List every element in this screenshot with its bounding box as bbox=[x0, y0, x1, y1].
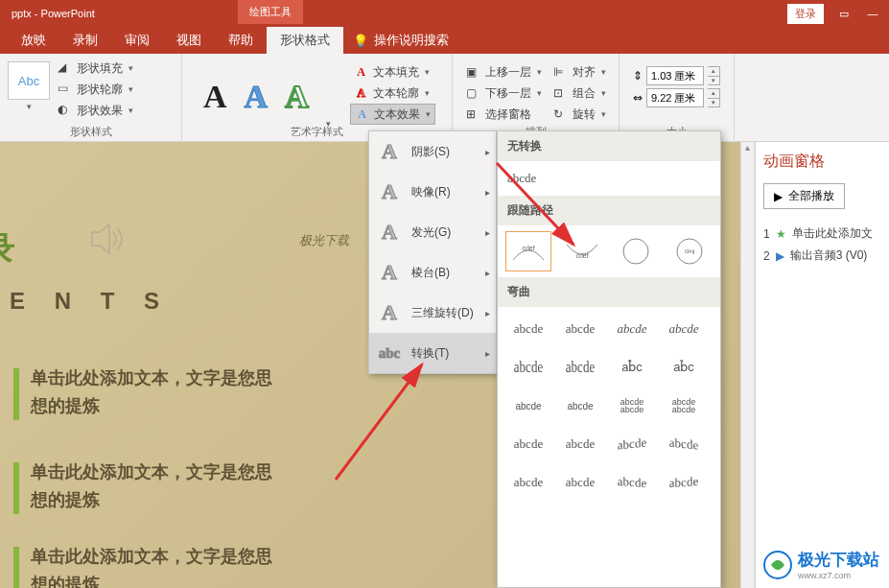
width-icon: ⇔ bbox=[633, 91, 643, 105]
effect-transform[interactable]: abc转换(T)▸ bbox=[369, 333, 496, 373]
warp-option[interactable]: abcde bbox=[503, 464, 553, 501]
tell-me-search[interactable]: 💡 操作说明搜索 bbox=[353, 32, 449, 54]
warp-option[interactable]: abcde bbox=[555, 464, 605, 501]
drawing-tools-tab[interactable]: 绘图工具 bbox=[238, 0, 303, 24]
shape-style-preview[interactable]: Abc bbox=[8, 61, 50, 100]
warp-option[interactable]: abcde bbox=[555, 388, 605, 424]
tab-record[interactable]: 录制 bbox=[59, 27, 111, 54]
group-button[interactable]: ⊡组合▾ bbox=[553, 82, 606, 104]
rotate3d-icon: A bbox=[377, 300, 402, 325]
selection-pane-button[interactable]: ⊞选择窗格 bbox=[466, 104, 542, 125]
path-button[interactable]: Ghij bbox=[667, 231, 713, 271]
warp-option[interactable]: abcde bbox=[607, 311, 657, 347]
scroll-rail[interactable]: ▴ bbox=[740, 142, 755, 588]
width-input[interactable]: 9.22 厘米 bbox=[646, 88, 704, 107]
height-spinner[interactable]: ▴▾ bbox=[708, 66, 720, 85]
warp-option[interactable]: abcdeabcde bbox=[607, 388, 657, 424]
warp-option[interactable]: abcde bbox=[503, 388, 553, 424]
text-effects-menu: A阴影(S)▸ A映像(R)▸ A发光(G)▸ A棱台(B)▸ A三维旋转(D)… bbox=[368, 130, 497, 374]
text-outline-button[interactable]: A文本轮廓▾ bbox=[350, 82, 435, 104]
wordart-style-3[interactable]: A bbox=[285, 79, 309, 115]
effect-3d-rotation[interactable]: A三维旋转(D)▸ bbox=[369, 293, 496, 333]
warp-option[interactable]: abcde bbox=[503, 426, 553, 462]
effect-glow[interactable]: A发光(G)▸ bbox=[369, 212, 496, 252]
text-effects-icon: A bbox=[355, 107, 370, 121]
bullet-item-1[interactable]: 单击此处添加文本，文字是您思想的提炼 bbox=[13, 365, 280, 420]
tab-help[interactable]: 帮助 bbox=[215, 27, 267, 54]
play-all-button[interactable]: ▶ 全部播放 bbox=[763, 183, 845, 209]
scroll-up-icon[interactable]: ▴ bbox=[741, 142, 754, 157]
warp-option[interactable]: abcde bbox=[555, 343, 605, 390]
bullet-bar bbox=[13, 547, 19, 588]
animation-pane: 动画窗格 ▶ 全部播放 1 ★ 单击此处添加文 2 ▶ 输出音频3 (V0) bbox=[755, 142, 889, 588]
bullet-item-3[interactable]: 单击此处添加文本，文字是您思想的提炼 bbox=[13, 543, 280, 588]
bring-forward-icon: ▣ bbox=[466, 65, 481, 79]
warp-option[interactable]: abcde bbox=[659, 462, 709, 503]
tab-view[interactable]: 视图 bbox=[163, 27, 215, 54]
send-backward-button[interactable]: ▢下移一层▾ bbox=[466, 82, 542, 104]
group-icon: ⊡ bbox=[553, 86, 569, 100]
warp-option[interactable]: ab̌c bbox=[659, 349, 709, 386]
bulb-icon: 💡 bbox=[353, 34, 368, 48]
effect-shadow[interactable]: A阴影(S)▸ bbox=[369, 131, 496, 172]
warp-option[interactable]: abcde bbox=[503, 311, 553, 347]
anim-item-2[interactable]: 2 ▶ 输出音频3 (V0) bbox=[763, 245, 881, 267]
height-input[interactable]: 1.03 厘米 bbox=[646, 66, 704, 85]
bullet-bar bbox=[13, 368, 19, 420]
path-circle[interactable] bbox=[613, 231, 659, 271]
minimize-icon[interactable]: — bbox=[864, 5, 881, 22]
no-transform-option[interactable]: abcde bbox=[498, 161, 720, 196]
width-spinner[interactable]: ▴▾ bbox=[708, 88, 720, 107]
transform-panel: 无转换 abcde 跟随路径 cdef cdef Ghij 弯曲 abcde a… bbox=[497, 130, 721, 588]
bullet-bar bbox=[13, 462, 19, 514]
warp-option[interactable]: abcde bbox=[555, 311, 605, 347]
text-effects-button[interactable]: A文本效果▾ bbox=[350, 104, 435, 125]
send-backward-icon: ▢ bbox=[466, 86, 481, 100]
svg-text:cdef: cdef bbox=[575, 252, 588, 259]
slide-subtitle[interactable]: E N T S bbox=[10, 288, 171, 315]
tab-review[interactable]: 审阅 bbox=[111, 27, 163, 54]
warp-option[interactable]: abcde bbox=[659, 423, 709, 464]
reflection-icon: A bbox=[377, 179, 402, 204]
bullet-item-2[interactable]: 单击此处添加文本，文字是您思想的提炼 bbox=[13, 459, 280, 514]
warp-option[interactable]: abcde bbox=[555, 426, 605, 462]
warp-option[interactable]: abcdeabcde bbox=[659, 388, 709, 424]
wordart-style-2[interactable]: A bbox=[245, 79, 269, 115]
file-name: pptx - PowerPoint bbox=[8, 8, 95, 19]
play-icon: ▶ bbox=[774, 190, 783, 203]
anim-item-1[interactable]: 1 ★ 单击此处添加文 bbox=[763, 223, 881, 245]
slide-title[interactable]: 录 bbox=[0, 226, 17, 273]
height-input-row: ⇕ 1.03 厘米 ▴▾ bbox=[633, 66, 720, 85]
path-arch-up[interactable]: cdef bbox=[505, 231, 551, 271]
watermark-url: www.xz7.com bbox=[798, 571, 879, 580]
warp-option[interactable]: abcde bbox=[607, 423, 657, 464]
shape-outline-button[interactable]: ▭形状轮廓▾ bbox=[58, 79, 133, 100]
wordart-style-1[interactable]: A bbox=[203, 79, 227, 115]
handwriting-text[interactable]: 极光下载 bbox=[299, 232, 349, 249]
svg-text:cdef: cdef bbox=[522, 245, 534, 251]
login-button[interactable]: 登录 bbox=[787, 4, 824, 24]
tab-slideshow[interactable]: 放映 bbox=[8, 27, 59, 54]
warp-option[interactable]: abcde bbox=[607, 462, 657, 503]
warp-option[interactable]: ab̂c bbox=[607, 349, 657, 386]
speaker-icon[interactable] bbox=[82, 215, 130, 267]
effect-reflection[interactable]: A映像(R)▸ bbox=[369, 172, 496, 212]
ribbon-display-icon[interactable]: ▭ bbox=[835, 5, 853, 22]
effect-bevel[interactable]: A棱台(B)▸ bbox=[369, 252, 496, 293]
rotate-button[interactable]: ↻旋转▾ bbox=[553, 104, 606, 125]
text-outline-icon: A bbox=[354, 86, 369, 100]
warp-option[interactable]: abcde bbox=[659, 311, 709, 347]
path-arch-down[interactable]: cdef bbox=[559, 231, 605, 271]
warp-option[interactable]: abcde bbox=[503, 343, 553, 390]
shape-fill-button[interactable]: ◢形状填充▾ bbox=[58, 58, 133, 79]
align-button[interactable]: ⊫对齐▾ bbox=[553, 61, 606, 82]
shape-effects-button[interactable]: ◐形状效果▾ bbox=[58, 100, 133, 121]
animation-pane-title: 动画窗格 bbox=[763, 152, 881, 172]
wordart-gallery[interactable]: A A A ▾ bbox=[190, 58, 344, 129]
text-fill-button[interactable]: A文本填充▾ bbox=[350, 61, 435, 82]
width-input-row: ⇔ 9.22 厘米 ▴▾ bbox=[633, 88, 720, 107]
bring-forward-button[interactable]: ▣上移一层▾ bbox=[466, 61, 542, 82]
watermark-logo-icon bbox=[763, 551, 792, 579]
tab-shape-format[interactable]: 形状格式 bbox=[267, 27, 343, 54]
play-triangle-icon: ▶ bbox=[776, 249, 784, 263]
